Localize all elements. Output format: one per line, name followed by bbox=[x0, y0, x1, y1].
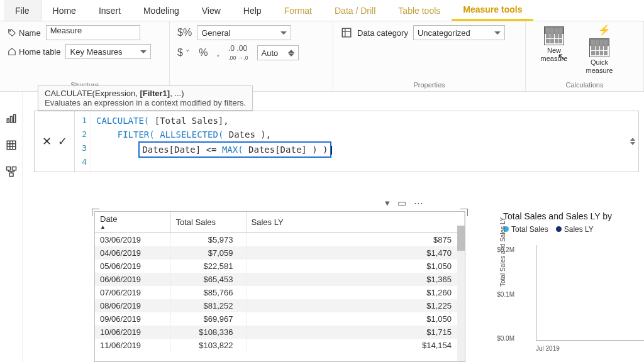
selection-bracket-icon bbox=[92, 209, 99, 216]
formula-resize-handle[interactable] bbox=[627, 111, 638, 172]
text-caret bbox=[331, 146, 332, 155]
tooltip-signature: CALCULATE(Expression, [Filter1], ...) bbox=[45, 89, 246, 98]
svg-rect-7 bbox=[12, 167, 16, 170]
svg-rect-5 bbox=[7, 141, 16, 150]
decimal-places-input[interactable]: Auto bbox=[257, 45, 299, 60]
formula-bar: ✕ ✓ 1234 CALCULATE( [Total Sales], FILTE… bbox=[34, 111, 639, 172]
tab-format[interactable]: Format bbox=[273, 0, 323, 21]
focus-mode-icon[interactable]: ▭ bbox=[397, 197, 406, 209]
chart-title: Total Sales and Sales LY by bbox=[503, 211, 644, 221]
filter-icon[interactable]: ▾ bbox=[385, 197, 390, 209]
tab-data-drill[interactable]: Data / Drill bbox=[323, 0, 387, 21]
table-row[interactable]: 07/06/2019$85,766$1,260 bbox=[95, 286, 465, 299]
tab-measure-tools[interactable]: Measure tools bbox=[452, 0, 533, 21]
dax-editor[interactable]: CALCULATE( [Total Sales], FILTER( ALLSEL… bbox=[91, 111, 627, 172]
tab-insert[interactable]: Insert bbox=[87, 0, 132, 21]
thousands-button[interactable]: , bbox=[217, 47, 219, 58]
data-view-icon[interactable] bbox=[6, 140, 17, 151]
chart-plot-area bbox=[536, 245, 644, 341]
svg-point-0 bbox=[9, 30, 11, 31]
scrollbar-thumb[interactable] bbox=[457, 226, 465, 251]
tab-modeling[interactable]: Modeling bbox=[132, 0, 191, 21]
col-header-sales-ly[interactable]: Sales LY bbox=[246, 212, 465, 233]
table-row[interactable]: 04/06/2019$7,059$1,470 bbox=[95, 246, 465, 260]
chevron-down-icon bbox=[288, 53, 294, 57]
tab-home[interactable]: Home bbox=[42, 0, 87, 21]
tooltip-description: Evaluates an expression in a context mod… bbox=[45, 98, 246, 107]
tab-view[interactable]: View bbox=[191, 0, 232, 21]
group-label-properties: Properties bbox=[341, 80, 518, 91]
tab-table-tools[interactable]: Table tools bbox=[387, 0, 452, 21]
quick-measure-button[interactable]: Quickmeasure bbox=[579, 25, 620, 74]
formula-cancel-button[interactable]: ✕ bbox=[42, 134, 52, 148]
home-table-label: Home table bbox=[8, 47, 60, 57]
home-icon bbox=[8, 47, 16, 56]
code-gutter: 1234 bbox=[75, 111, 91, 172]
report-view-icon[interactable] bbox=[6, 113, 17, 124]
format-string-icon: $% bbox=[177, 27, 192, 38]
chart-visual[interactable]: Total Sales and Sales LY by Total Sales … bbox=[503, 211, 644, 356]
measure-icon bbox=[544, 26, 564, 45]
svg-rect-2 bbox=[7, 119, 9, 123]
chevron-up-icon bbox=[288, 50, 294, 53]
view-rail bbox=[0, 92, 23, 362]
legend-dot-icon bbox=[556, 226, 562, 232]
tag-icon bbox=[8, 28, 16, 37]
tab-help[interactable]: Help bbox=[232, 0, 273, 21]
measure-name-input[interactable]: Measure bbox=[46, 25, 140, 40]
data-category-select[interactable]: Uncategorized bbox=[413, 25, 505, 40]
category-icon bbox=[341, 27, 352, 38]
name-label: Name bbox=[8, 28, 41, 38]
selection-bracket-icon bbox=[460, 209, 468, 216]
svg-rect-3 bbox=[10, 116, 12, 123]
chevron-down-icon bbox=[494, 31, 501, 35]
col-header-date[interactable]: Date▲ bbox=[95, 212, 170, 233]
table-row[interactable]: 08/06/2019$81,252$1,225 bbox=[95, 299, 465, 312]
group-label-calculations: Calculations bbox=[533, 80, 636, 91]
chevron-down-icon bbox=[280, 31, 287, 35]
currency-button[interactable]: $ ˅ bbox=[177, 47, 190, 58]
formula-commit-button[interactable]: ✓ bbox=[58, 134, 67, 148]
table-row[interactable]: 09/06/2019$69,967$1,050 bbox=[95, 312, 465, 326]
chart-y-axis: $0.2M$0.1M$0.0M bbox=[503, 246, 514, 342]
ribbon-tabs: File Home Insert Modeling View Help Form… bbox=[0, 0, 644, 21]
table-scrollbar[interactable] bbox=[457, 226, 465, 361]
tab-file[interactable]: File bbox=[4, 0, 42, 21]
home-table-select[interactable]: Key Measures bbox=[65, 44, 151, 59]
col-header-total-sales[interactable]: Total Sales bbox=[170, 212, 246, 233]
table-row[interactable]: 06/06/2019$65,453$1,365 bbox=[95, 273, 465, 286]
measure-icon bbox=[589, 38, 609, 57]
more-options-icon[interactable]: ⋯ bbox=[414, 197, 423, 209]
intellisense-tooltip: CALCULATE(Expression, [Filter1], ...) Ev… bbox=[38, 85, 253, 111]
chart-legend: Total Sales Sales LY bbox=[503, 225, 644, 234]
chevron-down-icon bbox=[140, 50, 147, 53]
model-view-icon[interactable] bbox=[6, 166, 17, 177]
percent-button[interactable]: % bbox=[199, 47, 208, 58]
svg-rect-8 bbox=[9, 173, 13, 176]
table-row[interactable]: 11/06/2019$103,822$14,154 bbox=[95, 339, 465, 352]
table-visual[interactable]: Date▲ Total Sales Sales LY 03/06/2019$5,… bbox=[94, 211, 465, 362]
chart-x-tick: Jul 2019 bbox=[536, 345, 560, 352]
table-row[interactable]: 10/06/2019$108,336$1,715 bbox=[95, 326, 465, 339]
svg-rect-1 bbox=[342, 28, 351, 37]
lightning-icon bbox=[589, 28, 602, 38]
ribbon-content: Name Measure Home table Key Measures Str… bbox=[0, 21, 644, 92]
new-measure-button[interactable]: Newmeasure bbox=[533, 25, 575, 62]
svg-rect-6 bbox=[6, 167, 10, 170]
format-select[interactable]: General bbox=[197, 25, 291, 40]
visual-header-icons: ▾ ▭ ⋯ bbox=[385, 197, 423, 209]
svg-rect-4 bbox=[13, 114, 15, 123]
decimal-buttons[interactable]: .0 .00.00 →.0 bbox=[228, 44, 248, 62]
data-category-label: Data category bbox=[357, 28, 408, 38]
table-row[interactable]: 03/06/2019$5,973$875 bbox=[95, 233, 465, 247]
table-row[interactable]: 05/06/2019$22,581$1,050 bbox=[95, 260, 465, 273]
